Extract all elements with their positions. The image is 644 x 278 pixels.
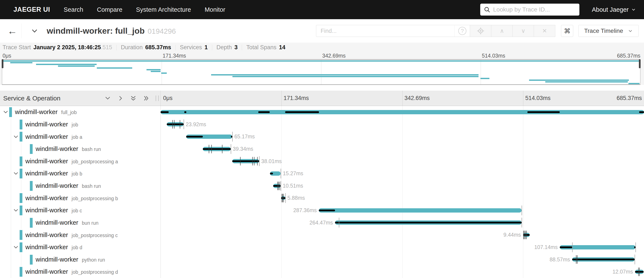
viewport-left-scrubber[interactable] [2, 59, 4, 68]
nav-item-monitor[interactable]: Monitor [205, 6, 226, 13]
minimap-span-bar [161, 72, 167, 74]
operation-name: job b [72, 171, 82, 177]
service-color-bar [20, 132, 22, 142]
service-name: windmill-worker [36, 146, 78, 152]
span-name-cell-12[interactable]: windmill-workerpython run [0, 254, 160, 266]
service-color-bar [30, 255, 33, 264]
span-name-cell-6[interactable]: windmill-workerbash run [0, 180, 160, 192]
nav-item-compare[interactable]: Compare [97, 6, 122, 13]
span-name-cell-8[interactable]: windmill-workerjob c [0, 204, 160, 216]
service-name: windmill-worker [26, 207, 68, 214]
collapse-all-button[interactable] [130, 95, 136, 102]
service-color-bar [20, 120, 22, 130]
nav-item-system-architecture[interactable]: System Architecture [136, 6, 191, 13]
find-help[interactable]: ? [454, 25, 470, 37]
minimap-tick-0: 0μs [2, 53, 11, 59]
expand-one-button[interactable] [117, 95, 124, 102]
summary-value-depth: 3 [234, 44, 238, 51]
span-timeline-cell-6: 10.51ms [160, 180, 644, 192]
span-row-full-job-0: windmill-workerfull_job [0, 106, 644, 118]
trace-title-text: windmill-worker: full_job [47, 26, 144, 36]
summary-value-duration: 685.37ms [145, 44, 171, 51]
clear-find-button[interactable]: ✕ [534, 25, 555, 37]
operation-name: bun run [82, 220, 98, 226]
service-name: windmill-worker [26, 232, 68, 238]
span-row-job-d-11: windmill-workerjob d107.14ms [0, 241, 644, 254]
span-name-cell-1[interactable]: windmill-workerjob [0, 118, 160, 131]
critical-path-segment [639, 111, 644, 113]
next-match-button[interactable]: ∨ [513, 25, 534, 37]
timeline-tick-2: 342.69ms [404, 95, 430, 102]
summary-separator [212, 45, 212, 50]
top-navbar: JAEGER UI SearchCompareSystem Architectu… [0, 0, 644, 19]
close-icon: ✕ [542, 28, 547, 34]
service-color-bar [20, 230, 22, 240]
span-event-tick [525, 231, 526, 239]
command-icon: ⌘ [564, 27, 570, 35]
collapse-one-button[interactable] [104, 95, 111, 102]
back-button[interactable]: ← [0, 25, 17, 37]
chevron-down-icon: ∨ [521, 28, 526, 34]
column-resizer-handle[interactable] [156, 96, 159, 101]
span-event-tick [282, 194, 282, 202]
span-name-cell-4[interactable]: windmill-workerjob_postprocessing a [0, 155, 160, 168]
span-collapse-chevron-icon[interactable] [13, 208, 19, 213]
service-name: windmill-worker [26, 268, 68, 275]
about-jaeger-menu[interactable]: About Jaeger [592, 6, 636, 13]
expand-all-button[interactable] [143, 95, 149, 102]
minimap-canvas[interactable] [2, 59, 640, 85]
critical-path-segment [572, 258, 634, 260]
span-boundary-tick [231, 144, 231, 154]
span-event-tick [257, 157, 258, 166]
trace-lookup-input[interactable] [493, 6, 576, 13]
span-event-tick [639, 268, 640, 276]
span-name-cell-10[interactable]: windmill-workerjob_postprocessing c [0, 229, 160, 241]
app-brand[interactable]: JAEGER UI [14, 6, 50, 14]
span-name-cell-0[interactable]: windmill-workerfull_job [0, 106, 160, 118]
service-name: windmill-worker [26, 158, 68, 165]
span-collapse-chevron-icon[interactable] [13, 134, 19, 140]
span-collapse-chevron-icon[interactable] [3, 109, 8, 115]
span-name-cell-3[interactable]: windmill-workerbash run [0, 143, 160, 155]
span-collapse-chevron-icon[interactable] [13, 244, 19, 250]
span-name-cell-9[interactable]: windmill-workerbun run [0, 216, 160, 229]
focus-match-button[interactable] [470, 25, 491, 37]
span-duration-label: 15.27ms [283, 167, 303, 180]
span-name-cell-2[interactable]: windmill-workerjob a [0, 130, 160, 143]
view-selector-dropdown[interactable]: Trace Timeline [578, 25, 639, 37]
viewport-right-scrubber[interactable] [639, 59, 640, 68]
nav-item-search[interactable]: Search [64, 6, 84, 13]
operation-name: bash run [82, 183, 101, 189]
tree-guide [21, 180, 21, 192]
span-event-tick [254, 157, 254, 166]
critical-path-segment [270, 173, 273, 174]
minimap-span-bar [2, 60, 640, 62]
minimap-span-bar [211, 74, 478, 76]
minimap-span-bar [36, 64, 97, 65]
span-bar-job-c-8[interactable] [319, 208, 522, 212]
span-name-cell-7[interactable]: windmill-workerjob_postprocessing b [0, 192, 160, 204]
span-name-cell-5[interactable]: windmill-workerjob b [0, 167, 160, 180]
prev-match-button[interactable]: ∧ [491, 25, 513, 37]
span-row-job-postprocessing-c-10: windmill-workerjob_postprocessing c9.44m… [0, 229, 644, 241]
service-color-bar [20, 206, 22, 215]
span-event-tick [280, 182, 280, 190]
minimap-span-bar [480, 78, 489, 79]
span-duration-label: 9.44ms [504, 229, 521, 241]
span-table-header: Service & Operation 0μs171.34ms342.69ms5… [0, 90, 644, 106]
span-bar-full-job-0[interactable] [160, 110, 644, 114]
span-collapse-chevron-icon[interactable] [13, 170, 19, 176]
span-boundary-tick [339, 218, 339, 228]
span-timeline-cell-2: 65.17ms [160, 130, 644, 143]
span-duration-label: 23.92ms [186, 118, 206, 131]
span-name-cell-11[interactable]: windmill-workerjob d [0, 241, 160, 254]
keyboard-shortcuts-button[interactable]: ⌘ [561, 25, 573, 37]
operation-name: job c [72, 208, 82, 214]
span-name-cell-13[interactable]: windmill-workerjob_postprocessing d [0, 266, 160, 278]
span-duration-label: 12.07ms [612, 266, 633, 278]
find-input[interactable] [316, 25, 454, 37]
trace-lookup-box[interactable] [480, 4, 580, 16]
span-event-tick [180, 120, 180, 128]
trace-collapse-toggle[interactable] [30, 27, 38, 35]
span-row-job-b-5: windmill-workerjob b15.27ms [0, 167, 644, 180]
